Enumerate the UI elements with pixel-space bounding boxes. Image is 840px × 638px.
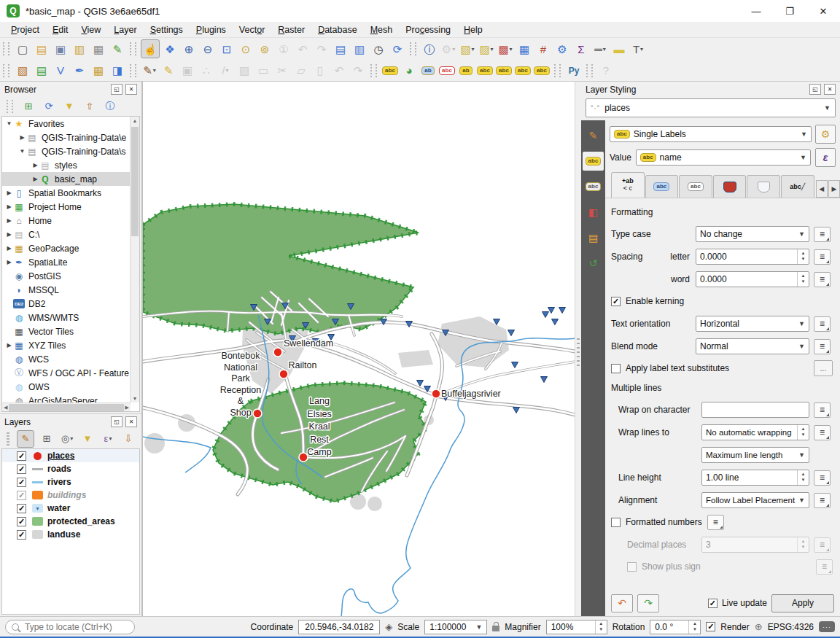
browser-item-db2[interactable]: DB2DB2 <box>2 297 131 311</box>
browser-item-wfs-ogc-api-feature[interactable]: ⓋWFS / OGC API - Feature <box>2 366 131 380</box>
browser-item-c-[interactable]: ▶▤C:\ <box>2 227 131 241</box>
float-panel-icon[interactable]: ◱ <box>809 84 821 95</box>
extents-toggle-icon[interactable]: ◈ <box>385 621 392 632</box>
browser-vertical-scrollbar[interactable]: ▲▼ <box>130 117 139 402</box>
formatted-numbers-override-button[interactable]: ≡ <box>707 515 724 530</box>
browser-item-wcs[interactable]: ◍WCS <box>2 352 131 366</box>
maximize-button[interactable]: ❐ <box>773 0 806 22</box>
render-checkbox[interactable]: ✓ <box>706 622 715 631</box>
layer-diagram-options-button[interactable]: ◕ <box>400 62 418 79</box>
styling-tab-mask[interactable]: abc <box>583 177 604 196</box>
rotate-label-icon[interactable]: abc <box>514 62 532 79</box>
substitutes-more-button[interactable]: ... <box>814 360 833 376</box>
expander-right-icon[interactable]: ▶ <box>18 134 26 141</box>
browser-item-favorites[interactable]: ▼★Favorites <box>2 117 131 131</box>
wrap-mode-select[interactable]: Maximum line length▼ <box>701 447 809 463</box>
layer-visibility-checkbox[interactable]: ✓ <box>17 517 26 526</box>
close-panel-icon[interactable]: ✕ <box>125 416 137 427</box>
layer-row-roads[interactable]: ✓roads <box>2 462 139 475</box>
spacing-letter-input[interactable]: 0.0000▲▼ <box>696 249 809 265</box>
expander-right-icon[interactable]: ▶ <box>5 245 13 252</box>
pin-labels-icon[interactable]: ab <box>419 62 437 79</box>
layer-visibility-checkbox[interactable]: ✓ <box>17 478 26 487</box>
text-orientation-select[interactable]: Horizontal▼ <box>696 316 809 332</box>
change-label-properties-icon[interactable]: abc <box>533 62 551 79</box>
coordinate-field[interactable]: 20.5946,-34.0182 <box>298 620 380 634</box>
browser-item-spatial-bookmarks[interactable]: ▶▯Spatial Bookmarks <box>2 186 131 200</box>
layer-row-water[interactable]: ✓▼water <box>2 502 139 515</box>
wrap-lines-input[interactable]: No automatic wrapping▲▼ <box>701 424 809 440</box>
redo-style-button[interactable]: ↷ <box>637 594 659 612</box>
layer-labeling-options-icon[interactable]: abc <box>381 62 399 79</box>
new-memory-layer-button[interactable]: ▦ <box>90 62 107 79</box>
minimize-button[interactable]: — <box>739 0 773 22</box>
expander-down-icon[interactable]: ▼ <box>18 148 26 155</box>
expander-right-icon[interactable]: ▶ <box>31 176 39 182</box>
alignment-select[interactable]: Follow Label Placement▼ <box>701 492 809 508</box>
zoom-to-selection-button[interactable]: ⊙ <box>237 40 254 58</box>
text-annotation-button[interactable]: T▾ <box>629 40 647 58</box>
new-virtual-layer-button[interactable]: ◨ <box>109 62 126 79</box>
undo-style-button[interactable]: ↶ <box>611 594 633 612</box>
pan-map-button[interactable]: ☝ <box>141 39 160 58</box>
layer-row-buildings[interactable]: ✓buildings <box>2 489 139 502</box>
toolbar-grip[interactable] <box>554 64 561 77</box>
browser-item-xyz-tiles[interactable]: ▶▦XYZ Tiles <box>2 338 131 352</box>
magnifier-input[interactable]: 100%▲▼ <box>546 620 607 634</box>
styling-tab-history[interactable]: ↺ <box>583 254 604 273</box>
map-tips-button[interactable]: ▬ <box>610 40 628 58</box>
expander-right-icon[interactable]: ▶ <box>5 203 13 210</box>
tab-callout[interactable]: abc╱ <box>781 175 814 198</box>
layer-visibility-checkbox[interactable]: ✓ <box>17 491 26 500</box>
menu-processing[interactable]: Processing <box>399 23 457 36</box>
toolbar-grip[interactable] <box>130 64 136 77</box>
wrap-character-input[interactable] <box>701 402 809 418</box>
toolbar-grip[interactable] <box>410 42 416 55</box>
label-mode-select[interactable]: abc Single Labels ▼ <box>610 126 812 142</box>
scale-select[interactable]: 1:100000▼ <box>424 620 487 634</box>
menu-database[interactable]: Database <box>311 23 364 36</box>
show-hide-labels-icon[interactable]: abc <box>476 62 494 79</box>
browser-item-wms-wmts[interactable]: ◍WMS/WMTS <box>2 311 131 324</box>
move-label-icon[interactable]: ab <box>457 62 475 79</box>
styling-layer-select[interactable]: °·° places ▼ <box>586 98 836 117</box>
browser-item-vector-tiles[interactable]: ▦Vector Tiles <box>2 324 131 338</box>
layout-manager-button[interactable]: ▦ <box>90 40 107 58</box>
open-layer-styling-button[interactable]: ✎ <box>17 430 34 448</box>
move-label-diagram-icon[interactable]: abc <box>495 62 513 79</box>
close-panel-icon[interactable]: ✕ <box>125 84 137 95</box>
value-field-select[interactable]: abc name ▼ <box>636 149 811 166</box>
expander-right-icon[interactable]: ▶ <box>5 231 13 238</box>
menu-vector[interactable]: Vector <box>233 23 271 36</box>
browser-item-qgis-training-data-e[interactable]: ▶▤QGIS-Training-Data\e <box>2 131 131 144</box>
open-attribute-table-button[interactable]: ▦ <box>516 40 533 58</box>
browser-item-spatialite[interactable]: ▶✒SpatiaLite <box>2 255 131 269</box>
browser-item-home[interactable]: ▶⌂Home <box>2 214 131 227</box>
layer-visibility-checkbox[interactable]: ✓ <box>17 451 26 461</box>
close-button[interactable]: ✕ <box>806 0 840 22</box>
current-edits-button[interactable]: ✎▾ <box>141 62 158 79</box>
browser-item-project-home[interactable]: ▶▦Project Home <box>2 200 131 214</box>
browser-item-postgis[interactable]: ◉PostGIS <box>2 269 131 283</box>
styling-tab-symbology[interactable]: ✎ <box>583 126 604 145</box>
show-bookmarks-button[interactable]: ▥ <box>351 40 368 58</box>
type-case-override-button[interactable]: ≡ <box>814 227 831 242</box>
styling-tab-3d-view[interactable]: ◧ <box>583 203 604 222</box>
identify-features-button[interactable]: ⓘ <box>421 40 438 58</box>
menu-raster[interactable]: Raster <box>271 23 311 36</box>
highlight-pinned-labels-icon[interactable]: abc <box>438 62 456 79</box>
layer-visibility-checkbox[interactable]: ✓ <box>17 504 26 513</box>
zoom-out-button[interactable]: ⊖ <box>199 40 217 58</box>
data-source-manager-button[interactable]: ▧ <box>14 62 31 79</box>
float-panel-icon[interactable]: ◱ <box>111 416 122 427</box>
zoom-to-layer-button[interactable]: ⊚ <box>256 40 273 58</box>
new-bookmark-button[interactable]: ▤ <box>332 40 349 58</box>
layer-row-places[interactable]: ✓places <box>2 449 139 462</box>
expander-right-icon[interactable]: ▶ <box>5 190 13 196</box>
toolbar-grip[interactable] <box>7 432 9 446</box>
enable-kerning-checkbox[interactable]: ✓ <box>611 297 621 306</box>
new-print-layout-button[interactable]: ▥ <box>71 40 88 58</box>
menu-plugins[interactable]: Plugins <box>190 23 233 36</box>
toolbar-grip[interactable] <box>3 42 9 55</box>
pan-to-selection-button[interactable]: ❖ <box>161 40 179 58</box>
